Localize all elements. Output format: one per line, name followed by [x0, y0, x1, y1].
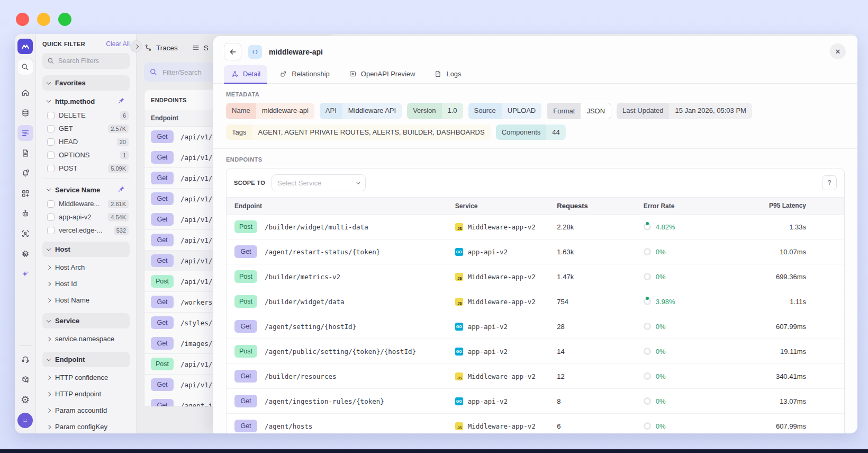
section-endpoint[interactable]: Endpoint — [42, 352, 130, 367]
method-badge: Get — [234, 395, 257, 407]
checkbox[interactable] — [47, 227, 55, 234]
drawer-body: METADATA Name middleware-api API Middlew… — [213, 84, 857, 433]
back-button[interactable] — [224, 43, 241, 60]
search-icon[interactable] — [17, 59, 33, 75]
endpoints-table-row[interactable]: Post /builder/widget/data JS Middleware-… — [227, 289, 844, 314]
section-http-method[interactable]: http.method — [42, 94, 130, 109]
filter-checkbox-item[interactable]: app-api-v2 4.54K — [42, 210, 130, 224]
relationship-icon — [279, 70, 287, 78]
bot-icon[interactable] — [17, 206, 33, 221]
endpoints-table-row[interactable]: Get /agent/restart-status/{token} GO app… — [227, 239, 844, 264]
settings-gear-icon[interactable]: ⚙ — [17, 392, 33, 407]
filter-checkbox-item[interactable]: vercel.edge-... 532 — [42, 224, 130, 237]
expandable-filter-item[interactable]: Host Id — [42, 276, 130, 292]
collapse-panel-button[interactable] — [130, 40, 142, 52]
tab-relationship[interactable]: Relationship — [273, 65, 337, 83]
database-icon[interactable] — [17, 105, 33, 121]
icon-rail: ⚙ — [15, 34, 36, 433]
method-badge: Post — [151, 275, 174, 288]
home-icon[interactable] — [17, 85, 33, 101]
checkbox[interactable] — [47, 200, 55, 208]
checkbox[interactable] — [47, 112, 55, 119]
endpoint-path: /agent/public/setting/{token}/{hostId} — [265, 348, 416, 356]
service-name: Middleware-app-v2 — [468, 298, 536, 306]
logs-icon[interactable] — [17, 125, 33, 141]
filter-search-input[interactable] — [58, 57, 116, 65]
endpoints-table-row[interactable]: Post /builder/widget/multi-data JS Middl… — [227, 215, 844, 239]
endpoints-table-card: SCOPE TO Select Service ? Endpoint Servi… — [226, 168, 845, 433]
expandable-filter-item[interactable]: Param configKey — [42, 419, 130, 433]
route-icon — [144, 43, 152, 52]
filter-checkbox-item[interactable]: DELETE 6 — [42, 109, 130, 122]
alerts-bell-icon[interactable] — [17, 165, 33, 181]
expandable-filter-item[interactable]: Param accountId — [42, 402, 130, 419]
endpoint-path: /styles/ — [180, 319, 212, 327]
support-headset-icon[interactable] — [17, 351, 33, 367]
clear-all-button[interactable]: Clear All — [106, 40, 130, 48]
expandable-filter-item[interactable]: service.namespace — [42, 331, 130, 347]
minimize-window-button[interactable] — [37, 13, 50, 26]
pin-icon[interactable] — [118, 185, 125, 194]
user-avatar[interactable] — [17, 413, 33, 428]
chevron-right-icon — [47, 375, 51, 379]
section-service-name[interactable]: Service Name — [42, 182, 130, 197]
http-method-filter-list: DELETE 6 GET 2.57K HEAD 20 — [42, 109, 130, 175]
close-window-button[interactable] — [16, 13, 29, 26]
error-rate-ring-icon — [644, 223, 651, 230]
method-badge: Get — [151, 296, 174, 308]
maximize-window-button[interactable] — [58, 13, 71, 26]
dashboard-add-icon[interactable] — [17, 185, 33, 201]
close-drawer-button[interactable]: ✕ — [830, 43, 846, 59]
endpoints-table-row[interactable]: Post /agent/public/setting/{token}/{host… — [227, 339, 844, 364]
p95-latency-value: 10.07ms — [780, 248, 806, 256]
checkbox[interactable] — [47, 214, 55, 221]
service-name: app-api-v2 — [468, 248, 508, 256]
checkbox[interactable] — [47, 165, 55, 172]
error-rate-value: 4.82% — [656, 223, 675, 231]
chevron-right-icon — [47, 265, 51, 269]
tab-detail[interactable]: Detail — [224, 65, 267, 83]
integrations-box-icon[interactable] — [17, 371, 33, 387]
filter-checkbox-item[interactable]: HEAD 20 — [42, 135, 130, 148]
endpoints-table-row[interactable]: Get /builder/resources JS Middleware-app… — [227, 364, 844, 389]
p95-latency-value: 699.36ms — [776, 273, 806, 281]
help-button[interactable]: ? — [822, 175, 837, 190]
tab-openapi-preview[interactable]: OpenAPI Preview — [342, 65, 422, 83]
filter-checkbox-item[interactable]: POST 5.09K — [42, 162, 130, 175]
count-badge: 2.57K — [108, 125, 129, 133]
expandable-filter-item[interactable]: HTTP confidence — [42, 369, 130, 386]
requests-value: 754 — [557, 298, 643, 306]
count-badge: 20 — [117, 138, 129, 146]
expandable-filter-item[interactable]: HTTP endpoint — [42, 386, 130, 402]
count-badge: 1 — [120, 151, 129, 159]
p95-latency-value: 13.07ms — [780, 397, 806, 405]
metadata-section-label: METADATA — [226, 91, 845, 97]
section-host[interactable]: Host — [42, 242, 130, 257]
section-service[interactable]: Service — [42, 313, 130, 328]
filter-search-box[interactable] — [42, 53, 130, 69]
document-icon[interactable] — [17, 145, 33, 161]
checkbox[interactable] — [47, 152, 55, 159]
ai-sparkle-icon[interactable] — [17, 266, 33, 282]
select-service-dropdown[interactable]: Select Service — [272, 174, 366, 191]
filter-checkbox-item[interactable]: GET 2.57K — [42, 122, 130, 135]
endpoints-table-row[interactable]: Get /agent/ingestion-rules/{token} GO ap… — [227, 389, 844, 414]
tab-summary[interactable]: S — [192, 43, 209, 52]
checkbox[interactable] — [47, 138, 55, 146]
middleware-logo[interactable] — [17, 39, 33, 54]
endpoints-table-row[interactable]: Post /builder/metrics-v2 JS Middleware-a… — [227, 264, 844, 289]
user-session-icon[interactable] — [17, 226, 33, 242]
infrastructure-chip-icon[interactable] — [17, 246, 33, 262]
endpoints-table-row[interactable]: Get /agent/setting/{hostId} GO app-api-v… — [227, 314, 844, 339]
expandable-filter-item[interactable]: Host Arch — [42, 259, 130, 276]
tab-traces[interactable]: Traces — [144, 43, 178, 52]
filter-checkbox-item[interactable]: OPTIONS 1 — [42, 148, 130, 162]
service-language-icon: JS — [455, 223, 463, 231]
pin-icon[interactable] — [118, 97, 125, 105]
expandable-filter-item[interactable]: Host Name — [42, 292, 130, 308]
tab-logs[interactable]: Logs — [427, 65, 468, 83]
filter-checkbox-item[interactable]: Middleware... 2.61K — [42, 197, 130, 210]
favorites-section-header[interactable]: Favorites — [42, 75, 130, 91]
checkbox[interactable] — [47, 125, 55, 132]
endpoints-table-row[interactable]: Get /agent/hosts JS Middleware-app-v2 6 — [227, 414, 844, 433]
